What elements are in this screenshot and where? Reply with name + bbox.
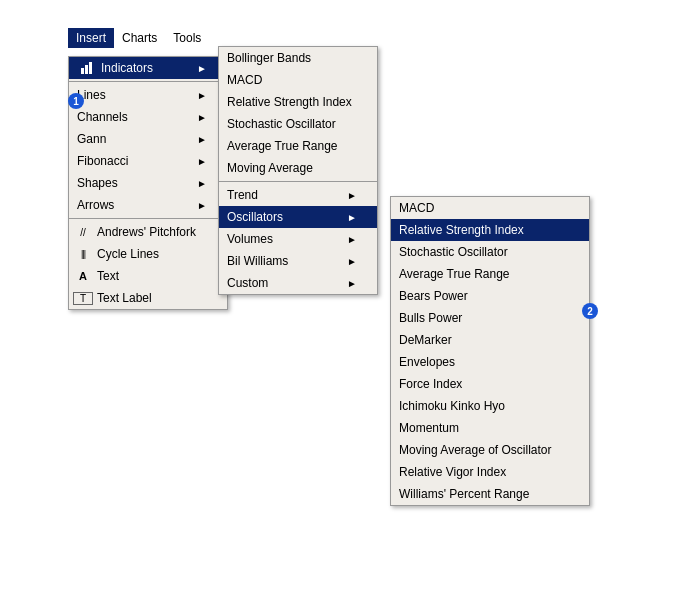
menu-item-shapes[interactable]: Shapes ► — [69, 172, 227, 194]
ind-atr[interactable]: Average True Range — [219, 135, 377, 157]
ind-bollinger[interactable]: Bollinger Bands — [219, 47, 377, 69]
lines-arrow: ► — [197, 90, 207, 101]
osc-macd-label: MACD — [399, 201, 434, 215]
label-icon: T — [73, 292, 93, 305]
gann-label: Gann — [77, 132, 106, 146]
separator-2 — [69, 218, 227, 219]
svg-rect-1 — [85, 65, 88, 74]
osc-demarker[interactable]: DeMarker — [391, 329, 589, 351]
osc-demarker-label: DeMarker — [399, 333, 452, 347]
ind-rsi[interactable]: Relative Strength Index — [219, 91, 377, 113]
ind-atr-label: Average True Range — [227, 139, 338, 153]
osc-williams-label: Williams' Percent Range — [399, 487, 529, 501]
channels-label: Channels — [77, 110, 128, 124]
text-label: Text — [97, 269, 119, 283]
osc-bears-power-label: Bears Power — [399, 289, 468, 303]
osc-envelopes[interactable]: Envelopes — [391, 351, 589, 373]
osc-macd[interactable]: MACD — [391, 197, 589, 219]
text-icon: A — [73, 270, 93, 282]
osc-atr-label: Average True Range — [399, 267, 510, 281]
volumes-arrow: ► — [347, 234, 357, 245]
osc-bears-power[interactable]: Bears Power — [391, 285, 589, 307]
osc-ichimoku[interactable]: Ichimoku Kinko Hyo — [391, 395, 589, 417]
menu-item-cycle-lines[interactable]: ||| Cycle Lines — [69, 243, 227, 265]
ind-bil-williams[interactable]: Bil Williams ► — [219, 250, 377, 272]
osc-bulls-power-label: Bulls Power — [399, 311, 462, 325]
menu-charts[interactable]: Charts — [114, 28, 165, 48]
menu-item-arrows[interactable]: Arrows ► — [69, 194, 227, 216]
ind-stochastic-label: Stochastic Oscillator — [227, 117, 336, 131]
menu-item-fibonacci[interactable]: Fibonacci ► — [69, 150, 227, 172]
menubar: Insert Charts Tools — [68, 28, 209, 48]
osc-stochastic[interactable]: Stochastic Oscillator — [391, 241, 589, 263]
osc-williams[interactable]: Williams' Percent Range — [391, 483, 589, 505]
indicators-label: Indicators — [101, 61, 153, 75]
menu-item-andrews-pitchfork[interactable]: // Andrews' Pitchfork — [69, 221, 227, 243]
indicators-arrow: ► — [197, 63, 207, 74]
menu-insert[interactable]: Insert — [68, 28, 114, 48]
menu-item-indicators[interactable]: Indicators ► — [69, 57, 227, 79]
bil-williams-arrow: ► — [347, 256, 357, 267]
osc-mao[interactable]: Moving Average of Oscillator — [391, 439, 589, 461]
ind-macd-label: MACD — [227, 73, 262, 87]
ind-rsi-label: Relative Strength Index — [227, 95, 352, 109]
oscillators-dropdown: MACD Relative Strength Index Stochastic … — [390, 196, 590, 506]
ind-separator — [219, 181, 377, 182]
osc-rsi[interactable]: Relative Strength Index — [391, 219, 589, 241]
channels-arrow: ► — [197, 112, 207, 123]
menu-item-gann[interactable]: Gann ► — [69, 128, 227, 150]
trend-arrow: ► — [347, 190, 357, 201]
osc-momentum-label: Momentum — [399, 421, 459, 435]
menu-tools[interactable]: Tools — [165, 28, 209, 48]
ind-bil-williams-label: Bil Williams — [227, 254, 288, 268]
ind-trend[interactable]: Trend ► — [219, 184, 377, 206]
ind-oscillators-label: Oscillators — [227, 210, 283, 224]
osc-momentum[interactable]: Momentum — [391, 417, 589, 439]
indicators-icon — [77, 61, 97, 75]
arrows-arrow: ► — [197, 200, 207, 211]
osc-envelopes-label: Envelopes — [399, 355, 455, 369]
osc-force-index-label: Force Index — [399, 377, 462, 391]
oscillators-arrow: ► — [347, 212, 357, 223]
osc-rvi[interactable]: Relative Vigor Index — [391, 461, 589, 483]
osc-ichimoku-label: Ichimoku Kinko Hyo — [399, 399, 505, 413]
ind-moving-avg-label: Moving Average — [227, 161, 313, 175]
menu-item-lines[interactable]: Lines ► — [69, 84, 227, 106]
badge-2: 2 — [582, 303, 598, 319]
svg-rect-2 — [89, 62, 92, 74]
osc-stochastic-label: Stochastic Oscillator — [399, 245, 508, 259]
cycle-icon: ||| — [73, 249, 93, 259]
bollinger-label: Bollinger Bands — [227, 51, 311, 65]
custom-arrow: ► — [347, 278, 357, 289]
menu-item-channels[interactable]: Channels ► — [69, 106, 227, 128]
ind-trend-label: Trend — [227, 188, 258, 202]
indicators-dropdown: Bollinger Bands MACD Relative Strength I… — [218, 46, 378, 295]
osc-atr[interactable]: Average True Range — [391, 263, 589, 285]
separator-1 — [69, 81, 227, 82]
cycle-label: Cycle Lines — [97, 247, 159, 261]
badge-1: 1 — [68, 93, 84, 109]
ind-macd[interactable]: MACD — [219, 69, 377, 91]
ind-custom[interactable]: Custom ► — [219, 272, 377, 294]
text-label-label: Text Label — [97, 291, 152, 305]
pitchfork-icon: // — [73, 227, 93, 238]
ind-oscillators[interactable]: Oscillators ► — [219, 206, 377, 228]
arrows-label: Arrows — [77, 198, 114, 212]
osc-bulls-power[interactable]: Bulls Power — [391, 307, 589, 329]
fibonacci-arrow: ► — [197, 156, 207, 167]
gann-arrow: ► — [197, 134, 207, 145]
insert-dropdown: Indicators ► Lines ► Channels ► Gann ► F… — [68, 56, 228, 310]
ind-moving-avg[interactable]: Moving Average — [219, 157, 377, 179]
osc-force-index[interactable]: Force Index — [391, 373, 589, 395]
ind-volumes[interactable]: Volumes ► — [219, 228, 377, 250]
pitchfork-label: Andrews' Pitchfork — [97, 225, 196, 239]
osc-mao-label: Moving Average of Oscillator — [399, 443, 552, 457]
svg-rect-0 — [81, 68, 84, 74]
ind-stochastic[interactable]: Stochastic Oscillator — [219, 113, 377, 135]
menu-item-text[interactable]: A Text — [69, 265, 227, 287]
ind-custom-label: Custom — [227, 276, 268, 290]
osc-rvi-label: Relative Vigor Index — [399, 465, 506, 479]
menu-item-text-label[interactable]: T Text Label — [69, 287, 227, 309]
shapes-label: Shapes — [77, 176, 118, 190]
fibonacci-label: Fibonacci — [77, 154, 128, 168]
